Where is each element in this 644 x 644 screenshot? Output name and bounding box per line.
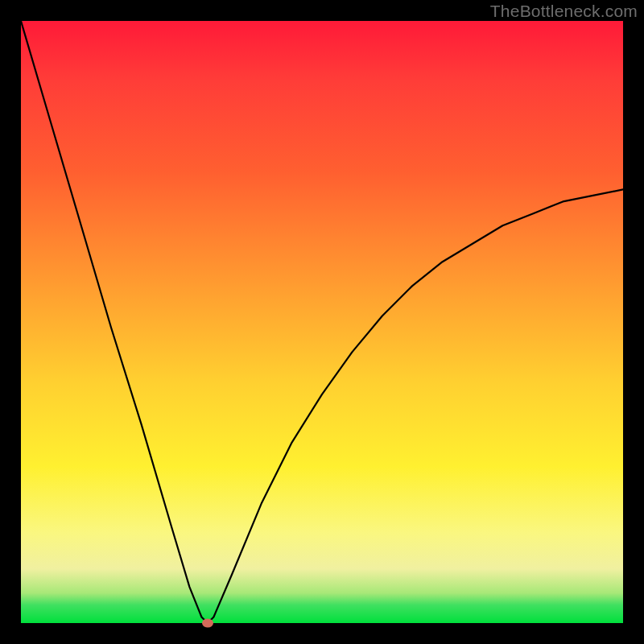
- curve-path: [21, 21, 623, 623]
- bottleneck-curve: [21, 21, 623, 623]
- watermark-text: TheBottleneck.com: [490, 2, 638, 21]
- chart-frame: TheBottleneck.com: [0, 0, 644, 644]
- plot-area: [21, 21, 623, 623]
- optimal-point-marker: [202, 619, 213, 628]
